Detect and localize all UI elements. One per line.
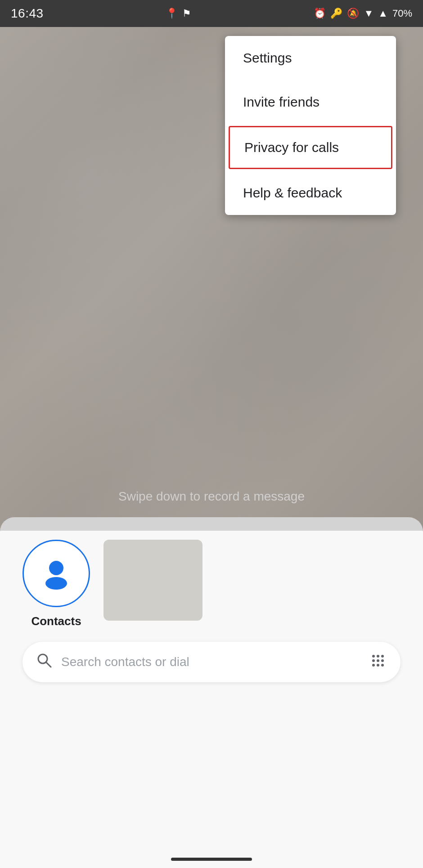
- contacts-label: Contacts: [31, 614, 81, 628]
- svg-line-3: [46, 662, 51, 667]
- status-left-icons: 📍 ⚑: [166, 8, 191, 19]
- status-bar: 16:43 📍 ⚑ ⏰ 🔑 🔕 ▼ ▲ 70%: [0, 0, 423, 27]
- svg-point-12: [381, 664, 384, 667]
- menu-item-invite-friends[interactable]: Invite friends: [225, 80, 396, 124]
- wifi-icon: ▼: [364, 8, 374, 19]
- svg-point-7: [372, 659, 375, 662]
- svg-point-5: [377, 655, 379, 658]
- contacts-item[interactable]: Contacts: [22, 540, 90, 628]
- bottom-content: Contacts Search contacts or dial: [0, 517, 423, 705]
- dropdown-menu: Settings Invite friends Privacy for call…: [225, 36, 396, 215]
- svg-point-10: [372, 664, 375, 667]
- bottom-sheet: Contacts Search contacts or dial: [0, 517, 423, 868]
- signal-icon: ▲: [378, 8, 388, 19]
- svg-point-4: [372, 655, 375, 658]
- svg-point-9: [381, 659, 384, 662]
- battery-icon: 70%: [392, 8, 412, 19]
- search-icon: [36, 652, 52, 672]
- svg-point-6: [381, 655, 384, 658]
- home-indicator: [171, 858, 252, 861]
- menu-item-help-feedback[interactable]: Help & feedback: [225, 171, 396, 215]
- mute-icon: 🔕: [347, 8, 359, 19]
- location-icon: 📍: [166, 8, 178, 19]
- status-right-icons: ⏰ 🔑 🔕 ▼ ▲ 70%: [314, 8, 412, 19]
- recent-contacts-placeholder: [104, 540, 202, 621]
- contacts-section: Contacts: [14, 531, 410, 633]
- svg-point-8: [377, 659, 379, 662]
- menu-item-settings[interactable]: Settings: [225, 36, 396, 80]
- alarm-icon: ⏰: [314, 8, 326, 19]
- svg-point-1: [45, 577, 67, 590]
- flag-icon: ⚑: [182, 8, 191, 19]
- person-icon: [38, 555, 74, 591]
- swipe-hint: Swipe down to record a message: [0, 489, 423, 504]
- status-time: 16:43: [11, 6, 44, 21]
- contacts-circle[interactable]: [22, 540, 90, 607]
- key-icon: 🔑: [330, 8, 342, 19]
- svg-point-11: [377, 664, 379, 667]
- search-bar[interactable]: Search contacts or dial: [22, 642, 400, 682]
- dial-pad-icon[interactable]: [369, 652, 387, 673]
- search-input[interactable]: Search contacts or dial: [61, 655, 369, 669]
- menu-item-privacy-for-calls[interactable]: Privacy for calls: [229, 126, 392, 169]
- svg-point-0: [49, 561, 63, 575]
